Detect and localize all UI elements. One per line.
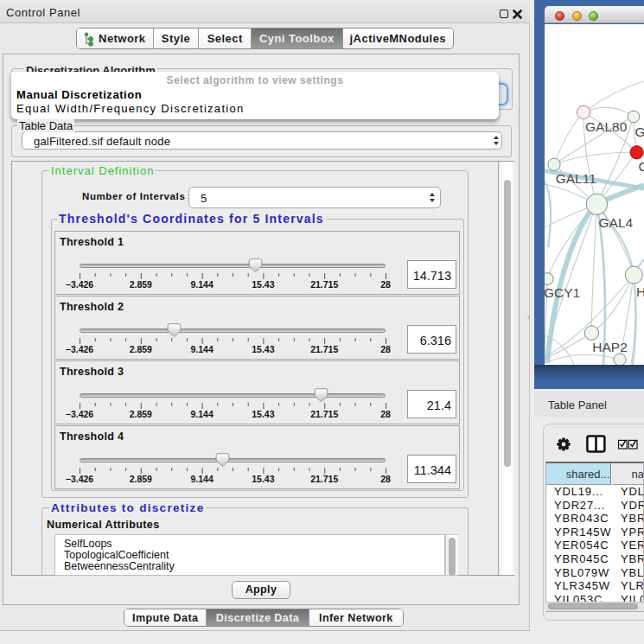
svg-text:GAL4: GAL4 <box>599 215 634 230</box>
svg-text:H: H <box>636 284 644 299</box>
svg-text:C: C <box>638 159 644 174</box>
svg-text:GAL80: GAL80 <box>585 119 628 134</box>
svg-text:HAP2: HAP2 <box>592 340 628 354</box>
svg-text:GA: GA <box>635 124 644 139</box>
svg-text:GCY1: GCY1 <box>545 285 580 300</box>
svg-text:GAL11: GAL11 <box>556 171 596 186</box>
